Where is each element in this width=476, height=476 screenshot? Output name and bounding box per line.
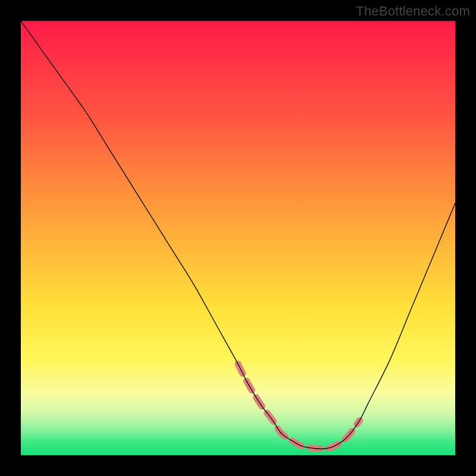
valley-highlight-line (238, 364, 359, 449)
plot-area (21, 21, 455, 455)
watermark-label: TheBottleneck.com (356, 4, 470, 19)
bottleneck-curve-line (21, 21, 455, 449)
chart-frame: TheBottleneck.com (0, 0, 476, 476)
curve-svg (21, 21, 455, 455)
